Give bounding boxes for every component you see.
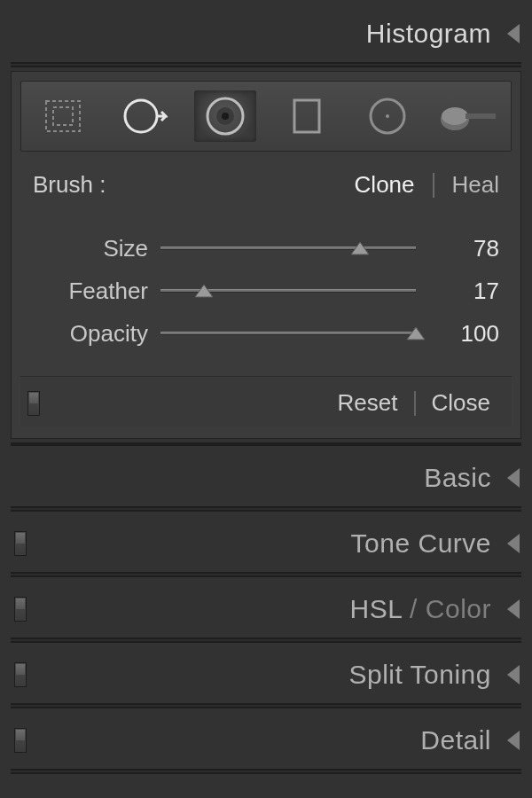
- chevron-left-icon: [507, 599, 520, 619]
- chevron-left-icon: [507, 24, 520, 43]
- basic-header[interactable]: Basic: [11, 450, 521, 506]
- slider-size-value: 78: [428, 235, 499, 262]
- hsl-color-label: HSL / Color: [350, 594, 491, 624]
- split-toning-label: Split Toning: [348, 660, 491, 690]
- slider-thumb-icon[interactable]: [405, 325, 426, 341]
- slider-feather[interactable]: [160, 289, 416, 293]
- detail-header[interactable]: Detail: [11, 712, 521, 769]
- divider: [11, 506, 521, 512]
- graduated-filter-tool[interactable]: [276, 90, 338, 142]
- reset-button[interactable]: Reset: [329, 389, 407, 417]
- slider-thumb-icon[interactable]: [349, 240, 371, 256]
- split-toning-header[interactable]: Split Toning: [11, 646, 521, 703]
- panel-toggle[interactable]: [14, 531, 27, 556]
- svg-rect-6: [294, 100, 319, 132]
- brush-mode-row: Brush : Clone Heal: [20, 152, 512, 206]
- slider-size[interactable]: [160, 246, 416, 250]
- brush-label: Brush :: [33, 171, 106, 199]
- svg-point-5: [222, 113, 229, 120]
- radial-filter-tool[interactable]: [356, 90, 419, 142]
- histogram-header[interactable]: Histogram: [11, 5, 521, 62]
- slider-feather-row: Feather 17: [33, 270, 499, 312]
- divider: [11, 572, 521, 577]
- chevron-left-icon: [507, 468, 520, 488]
- basic-label: Basic: [424, 463, 491, 493]
- overlay-toggle[interactable]: [27, 391, 40, 416]
- spot-removal-tool[interactable]: [113, 90, 176, 142]
- slider-opacity-value: 100: [428, 320, 499, 348]
- tone-curve-label: Tone Curve: [351, 528, 491, 559]
- svg-point-10: [442, 107, 468, 125]
- detail-label: Detail: [420, 725, 491, 755]
- chevron-left-icon: [507, 534, 520, 553]
- panel-toggle[interactable]: [14, 728, 27, 753]
- crop-tool[interactable]: [32, 90, 94, 142]
- tool-strip-panel: Brush : Clone Heal Size 78 Feather: [11, 71, 521, 439]
- divider: [11, 442, 521, 446]
- divider: [11, 769, 521, 774]
- chevron-left-icon: [507, 731, 520, 750]
- slider-feather-value: 17: [428, 278, 499, 305]
- tool-strip: [20, 81, 512, 152]
- hsl-color-header[interactable]: HSL / Color: [11, 581, 521, 638]
- panel-toggle[interactable]: [14, 662, 27, 687]
- develop-right-panel: Histogram: [0, 0, 532, 798]
- panel-toggle[interactable]: [14, 597, 27, 622]
- histogram-label: Histogram: [366, 19, 491, 49]
- divider: [11, 703, 521, 708]
- divider: [11, 62, 521, 67]
- slider-opacity-label: Opacity: [33, 320, 148, 348]
- divider: [414, 391, 416, 416]
- slider-opacity-row: Opacity 100: [33, 312, 499, 355]
- slider-opacity[interactable]: [160, 332, 416, 335]
- slider-feather-label: Feather: [33, 278, 148, 305]
- hsl-label-main: HSL: [350, 594, 403, 623]
- brush-sliders: Size 78 Feather 17 Opacity: [20, 206, 512, 362]
- tone-curve-header[interactable]: Tone Curve: [11, 515, 521, 572]
- svg-rect-11: [466, 113, 496, 119]
- svg-point-8: [386, 114, 389, 118]
- close-button[interactable]: Close: [423, 389, 499, 417]
- hsl-label-sub: Color: [426, 594, 491, 623]
- brush-footer: Reset Close: [20, 376, 512, 427]
- adjustment-brush-tool[interactable]: [438, 90, 500, 142]
- brush-modes: Clone Heal: [355, 171, 499, 199]
- hsl-label-sep: /: [402, 594, 426, 623]
- red-eye-tool[interactable]: [194, 90, 256, 142]
- slider-thumb-icon[interactable]: [193, 283, 215, 299]
- svg-point-2: [125, 100, 157, 132]
- svg-rect-0: [46, 101, 80, 131]
- slider-size-row: Size 78: [33, 227, 499, 270]
- chevron-left-icon: [507, 665, 520, 685]
- divider: [433, 173, 434, 198]
- brush-mode-heal[interactable]: Heal: [452, 171, 499, 199]
- brush-mode-clone[interactable]: Clone: [355, 171, 415, 199]
- svg-rect-1: [53, 107, 73, 125]
- divider: [11, 638, 521, 643]
- slider-size-label: Size: [33, 235, 148, 262]
